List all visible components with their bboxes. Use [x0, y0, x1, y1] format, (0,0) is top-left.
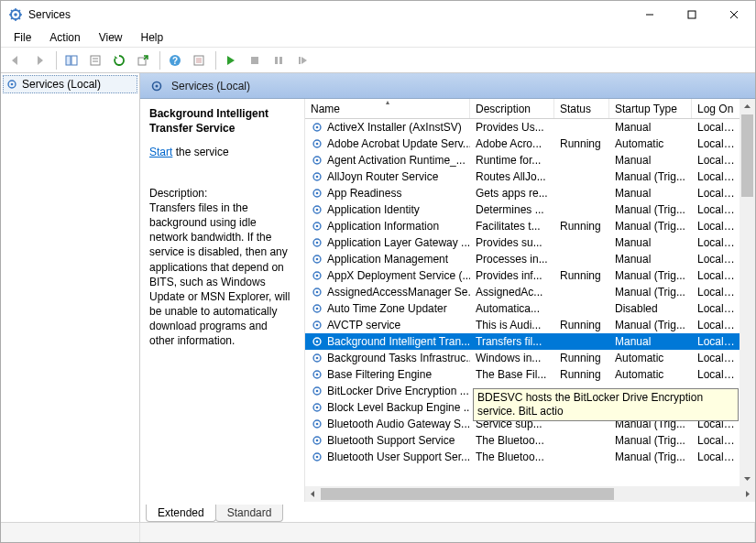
menu-action[interactable]: Action — [42, 29, 87, 46]
cell-startup: Manual (Trig... — [609, 203, 692, 216]
svg-point-41 — [316, 176, 319, 179]
gear-icon — [311, 236, 323, 249]
service-rows[interactable]: ActiveX Installer (AxInstSV)Provides Us.… — [305, 119, 755, 502]
cell-logon: Local Se — [692, 236, 743, 249]
horizontal-scrollbar[interactable] — [305, 486, 755, 502]
table-row[interactable]: Adobe Acrobat Update Serv...Adobe Acro..… — [305, 136, 755, 152]
start-link[interactable]: Start — [149, 146, 172, 158]
table-row[interactable]: Base Filtering EngineThe Base Fil...Runn… — [305, 366, 755, 383]
table-row[interactable]: Agent Activation Runtime_...Runtime for.… — [305, 152, 755, 168]
show-hide-tree-button[interactable] — [60, 49, 82, 71]
forward-button[interactable] — [28, 49, 50, 71]
minimize-button[interactable] — [629, 1, 671, 28]
svg-point-65 — [316, 374, 319, 376]
vertical-scrollbar[interactable] — [740, 99, 755, 486]
cell-startup: Automatic — [609, 137, 692, 150]
col-description[interactable]: Description — [470, 99, 554, 118]
back-button[interactable] — [5, 49, 27, 71]
table-row[interactable]: Bluetooth Support ServiceThe Bluetoo...M… — [305, 432, 755, 449]
menu-file[interactable]: File — [6, 29, 38, 46]
table-row[interactable]: AssignedAccessManager Se...AssignedAc...… — [305, 284, 755, 300]
toolbar-separator — [159, 51, 160, 70]
export-button[interactable] — [132, 49, 154, 71]
table-row[interactable]: App ReadinessGets apps re...ManualLocal … — [305, 185, 755, 201]
cell-startup: Manual (Trig... — [609, 220, 692, 233]
help-button[interactable]: ? — [164, 49, 186, 71]
restart-service-button[interactable] — [291, 49, 313, 71]
svg-point-59 — [316, 324, 319, 327]
cell-startup: Automatic — [609, 352, 692, 364]
menu-view[interactable]: View — [92, 29, 130, 46]
cell-status: Running — [554, 352, 609, 364]
properties-sheet-button[interactable] — [188, 49, 210, 71]
table-row[interactable]: ActiveX Installer (AxInstSV)Provides Us.… — [305, 119, 755, 136]
table-row[interactable]: AppX Deployment Service (...Provides inf… — [305, 267, 755, 284]
cell-logon: Local Sy — [692, 335, 743, 348]
service-name-text: AssignedAccessManager Se... — [327, 286, 470, 299]
cell-name: Auto Time Zone Updater — [305, 302, 470, 315]
toolbar: ? — [1, 47, 755, 72]
gear-icon — [311, 220, 323, 233]
scroll-right-icon[interactable] — [740, 486, 755, 502]
tab-extended[interactable]: Extended — [146, 505, 216, 522]
menubar: File Action View Help — [1, 28, 755, 47]
cell-description: Gets apps re... — [470, 187, 554, 200]
gear-icon — [149, 79, 164, 93]
gear-icon — [311, 451, 323, 463]
col-logon[interactable]: Log On — [692, 99, 743, 118]
svg-point-35 — [316, 126, 319, 129]
menu-help[interactable]: Help — [134, 29, 171, 46]
cell-description: Determines ... — [470, 203, 554, 216]
pause-service-button[interactable] — [268, 49, 290, 71]
titlebar: Services — [1, 1, 755, 28]
scroll-up-icon[interactable] — [740, 99, 755, 114]
table-row[interactable]: AllJoyn Router ServiceRoutes AllJo...Man… — [305, 168, 755, 185]
table-row[interactable]: Bluetooth User Support Ser...The Bluetoo… — [305, 449, 755, 465]
svg-point-61 — [316, 341, 319, 343]
table-row[interactable]: Application InformationFacilitates t...R… — [305, 218, 755, 234]
stop-service-button[interactable] — [244, 49, 266, 71]
refresh-button[interactable] — [108, 49, 130, 71]
properties-button[interactable] — [84, 49, 106, 71]
gear-icon — [311, 302, 323, 315]
table-row[interactable]: Application Layer Gateway ...Provides su… — [305, 234, 755, 251]
tab-standard[interactable]: Standard — [215, 505, 284, 522]
col-startup[interactable]: Startup Type — [609, 99, 692, 118]
detail-description-label: Description: — [149, 186, 295, 201]
cell-name: Block Level Backup Engine ... — [305, 401, 470, 414]
table-row[interactable]: AVCTP serviceThis is Audi...RunningManua… — [305, 317, 755, 333]
cell-startup: Manual (Trig... — [609, 434, 692, 447]
col-status[interactable]: Status — [554, 99, 609, 118]
svg-text:?: ? — [172, 56, 178, 66]
gear-icon — [311, 170, 323, 183]
cell-name: AssignedAccessManager Se... — [305, 286, 470, 299]
scroll-down-icon[interactable] — [740, 471, 755, 486]
cell-name: Bluetooth Support Service — [305, 434, 470, 447]
cell-status: Running — [554, 269, 609, 282]
window-title: Services — [28, 8, 71, 21]
app-icon — [8, 7, 23, 22]
scroll-thumb[interactable] — [741, 114, 753, 197]
table-row[interactable]: Background Intelligent Tran...Transfers … — [305, 333, 755, 350]
table-row[interactable]: Application IdentityDetermines ...Manual… — [305, 201, 755, 218]
scroll-thumb[interactable] — [321, 488, 614, 500]
table-row[interactable]: Auto Time Zone UpdaterAutomatica...Disab… — [305, 300, 755, 317]
col-name[interactable]: Name▴ — [305, 99, 470, 118]
table-row[interactable]: Background Tasks Infrastruc...Windows in… — [305, 350, 755, 366]
nav-tree[interactable]: Services (Local) — [1, 73, 140, 522]
service-name-text: Block Level Backup Engine ... — [327, 401, 470, 414]
svg-rect-27 — [275, 57, 278, 64]
start-service-button[interactable] — [220, 49, 242, 71]
scroll-track[interactable] — [321, 486, 740, 502]
maximize-button[interactable] — [671, 1, 713, 28]
cell-logon: Local Se — [692, 203, 743, 216]
scroll-track[interactable] — [740, 114, 755, 471]
svg-line-8 — [11, 18, 12, 19]
close-button[interactable] — [713, 1, 755, 28]
nav-root-item[interactable]: Services (Local) — [3, 75, 137, 93]
table-row[interactable]: Application ManagementProcesses in...Man… — [305, 251, 755, 267]
cell-description: Processes in... — [470, 253, 554, 266]
svg-point-63 — [316, 357, 319, 360]
gear-icon — [311, 385, 323, 397]
scroll-left-icon[interactable] — [305, 486, 321, 502]
